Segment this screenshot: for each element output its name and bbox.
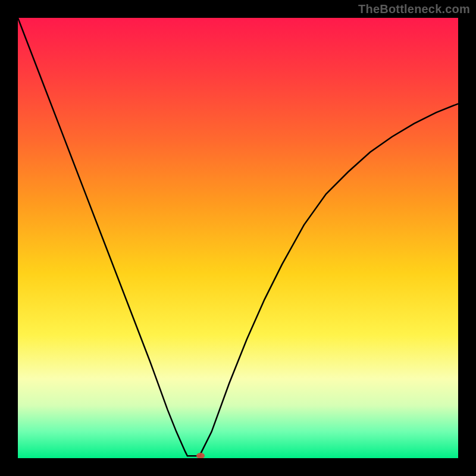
plot-area (18, 18, 458, 458)
watermark-text: TheBottleneck.com (358, 2, 470, 16)
curve-svg (18, 18, 458, 458)
chart-frame: TheBottleneck.com (0, 0, 476, 476)
bottleneck-curve (18, 18, 458, 456)
optimal-point-marker (196, 453, 205, 458)
